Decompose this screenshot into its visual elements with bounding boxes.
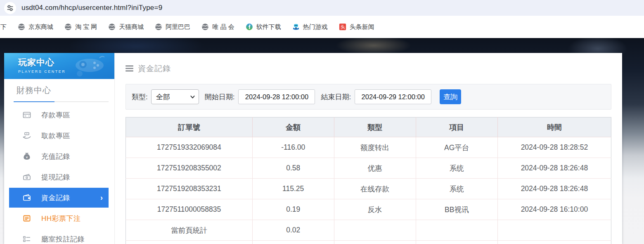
table-cell: 2024-09-28 18:28:52: [497, 137, 611, 158]
bookmark-item[interactable]: 头头条新闻: [339, 23, 374, 31]
table-cell: 當前頁統計: [126, 220, 253, 241]
bookmark-item[interactable]: 软件下载: [246, 23, 281, 31]
main-header: 資金記錄: [115, 53, 622, 84]
room-list-icon: [22, 234, 31, 244]
table-cell: 优惠: [334, 158, 416, 179]
table-cell: 2024-09-28 18:26:48: [497, 158, 611, 179]
withdraw-hand-icon: [22, 131, 31, 140]
chevron-right-icon: ›: [100, 194, 103, 201]
type-select[interactable]: 全部: [151, 89, 199, 104]
url-text[interactable]: usdt04.com/hhcp/usercenter.html?iniType=…: [21, 4, 162, 12]
sidebar-item-label: HH彩票下注: [41, 214, 81, 223]
end-date-label: 結束日期:: [321, 92, 351, 102]
bookmark-label: 热门游戏: [303, 23, 328, 31]
bookmark-item[interactable]: 热门游戏: [292, 23, 328, 31]
table-cell: 1727519208353231: [126, 179, 253, 199]
table-row: 17275192083550020.58优惠系统2024-09-28 18:26…: [126, 158, 611, 179]
start-date-input[interactable]: [238, 89, 315, 104]
site-settings-tune-icon[interactable]: [4, 2, 16, 14]
sidebar-item-money-bag[interactable]: ¥充值記錄: [9, 146, 109, 167]
bookmarks-bar: 一下京东商城淘 宝 网天猫商城阿里巴巴唯 品 会软件下载热门游戏头头条新闻: [0, 16, 644, 38]
table-cell: 1727519332069084: [126, 137, 253, 158]
table-cell: [334, 241, 416, 244]
table-cell: 2024-09-28 16:10:00: [497, 199, 611, 220]
table-cell: 2024-09-28 18:26:48: [497, 179, 611, 199]
sidebar-item-label: 存款專區: [41, 110, 70, 120]
sidebar-item-label: 取款專區: [41, 131, 70, 141]
lottery-ticket-icon: [22, 214, 31, 223]
svg-text:¥: ¥: [26, 155, 28, 159]
sidebar-item-room-list[interactable]: 廳室投註記錄: [9, 229, 109, 244]
sidebar-item-label: 提現記錄: [41, 172, 70, 182]
table-cell: [126, 241, 253, 244]
search-button[interactable]: 查詢: [440, 89, 461, 104]
table-cell: [497, 241, 611, 244]
sidebar-section: 財務中心: [4, 79, 114, 102]
cash-envelope-icon: [22, 172, 31, 182]
finance-center-heading: 財務中心: [17, 85, 114, 96]
funds-record-table: 訂單號金額類型項目時間 1727519332069084-116.00额度转出A…: [125, 117, 611, 244]
table-cell: 1727519208355002: [126, 158, 253, 179]
bookmark-item[interactable]: 阿里巴巴: [155, 23, 190, 31]
main-content: 資金記錄 類型: 全部 開始日期: 結束日期: 查詢 訂單號金額類型項目時間 1…: [114, 53, 622, 244]
toutiao-news-icon: 头: [339, 23, 346, 31]
sidebar-item-wallet[interactable]: 資金記錄›: [9, 188, 109, 208]
table-row: 當前頁統計0.02: [126, 220, 611, 241]
bookmark-item[interactable]: 淘 宝 网: [64, 23, 97, 31]
end-date-input[interactable]: [355, 89, 431, 104]
table-cell: 1727511000058835: [126, 199, 253, 220]
bookmark-label: 淘 宝 网: [75, 23, 97, 31]
sidebar-item-withdraw-hand[interactable]: 取款專區: [9, 125, 109, 146]
section-underline: [14, 101, 109, 102]
bookmark-label: 软件下载: [256, 23, 281, 31]
table-cell: BB视讯: [416, 199, 497, 220]
table-cell: 115.25: [252, 179, 334, 199]
column-header: 訂單號: [126, 117, 253, 137]
sidebar-item-lottery-ticket[interactable]: HH彩票下注: [9, 208, 109, 229]
sidebar-item-deposit-card[interactable]: 存款專區: [9, 105, 109, 125]
table-cell: 0.58: [252, 158, 334, 179]
table-row: 17275110000588350.19反水BB视讯2024-09-28 16:…: [126, 199, 611, 220]
sidebar-item-label: 資金記錄: [41, 193, 70, 203]
players-center-banner: 玩家中心 PLAYERS CENTER: [4, 53, 114, 79]
svg-text:头: 头: [340, 24, 345, 29]
table-cell: [252, 241, 334, 244]
hot-games-icon: [292, 23, 300, 31]
globe-icon: [201, 23, 209, 31]
globe-icon: [155, 23, 162, 31]
column-header: 類型: [334, 117, 416, 137]
table-header-row: 訂單號金額類型項目時間: [126, 117, 611, 137]
money-bag-icon: ¥: [22, 152, 31, 161]
wallet-icon: [22, 193, 31, 202]
bookmark-label: 天猫商城: [119, 23, 144, 31]
bookmark-label: 一下: [0, 23, 7, 31]
table-row: [126, 241, 611, 244]
deposit-card-icon: [22, 110, 31, 120]
user-center-panel: 玩家中心 PLAYERS CENTER 財務中心 存款專區取款專區¥充值記錄提現…: [4, 53, 622, 244]
table-body: 1727519332069084-116.00额度转出AG平台2024-09-2…: [126, 137, 611, 244]
column-header: 時間: [497, 117, 611, 137]
page-title: 資金記錄: [138, 63, 171, 74]
globe-icon: [18, 23, 25, 31]
globe-icon: [108, 23, 116, 31]
bookmark-item[interactable]: 唯 品 会: [201, 23, 234, 31]
bookmark-item[interactable]: 天猫商城: [108, 23, 144, 31]
column-header: 金額: [252, 117, 334, 137]
bookmark-label: 唯 品 会: [212, 23, 234, 31]
table-cell: 系统: [416, 179, 497, 199]
bookmark-item[interactable]: 一下: [0, 23, 7, 31]
sidebar-menu: 存款專區取款專區¥充值記錄提現記錄資金記錄›HH彩票下注廳室投註記錄: [4, 105, 114, 244]
bookmark-item[interactable]: 京东商城: [18, 23, 53, 31]
table-cell: AG平台: [416, 137, 497, 158]
bookmark-label: 京东商城: [28, 23, 53, 31]
sidebar-item-cash-envelope[interactable]: 提現記錄: [9, 167, 109, 187]
column-header: 項目: [416, 117, 497, 137]
chevron-down-icon: [190, 94, 195, 100]
gamepad-icon: [71, 55, 109, 79]
sidebar: 玩家中心 PLAYERS CENTER 財務中心 存款專區取款專區¥充值記錄提現…: [4, 53, 114, 244]
table-cell: [334, 220, 416, 241]
start-date-label: 開始日期:: [205, 92, 235, 102]
menu-hamburger-icon[interactable]: [125, 65, 133, 72]
sidebar-item-label: 充值記錄: [41, 152, 70, 161]
table-cell: 反水: [334, 199, 416, 220]
